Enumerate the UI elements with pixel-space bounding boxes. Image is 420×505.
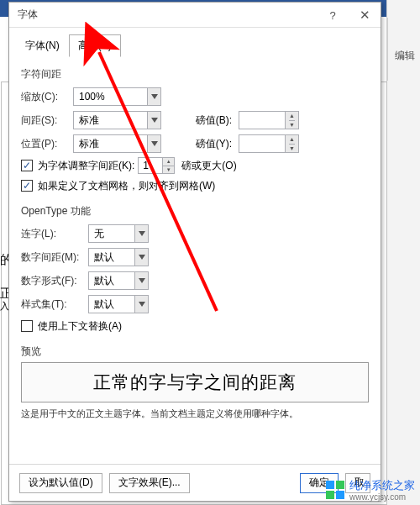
dialog-tabs: 字体(N) 高级(V) [9,28,381,57]
kerning-value: 1 [143,160,149,171]
contextalt-label: 使用上下文替换(A) [38,319,122,334]
close-button[interactable]: ✕ [349,3,381,28]
help-button[interactable]: ? [317,3,349,28]
numform-value: 默认 [94,274,114,288]
grid-align-label: 如果定义了文档网格，则对齐到网格(W) [38,179,215,193]
watermark-name: 纯净系统之家 [349,479,415,492]
numspacing-value: 默认 [94,250,114,265]
styleset-combo[interactable]: 默认 [88,295,149,313]
font-dialog: 字体 ? ✕ 字体(N) 高级(V) 字符间距 缩放(C): 100% 间距(S… [8,2,381,502]
points-b-spinner[interactable]: ▲▼ [239,111,299,129]
scale-value: 100% [79,91,105,103]
styleset-value: 默认 [94,297,114,312]
preview-box: 正常的字与字之间的距离 [21,362,369,402]
chevron-down-icon [134,272,148,289]
position-label: 位置(P): [21,137,70,151]
preview-text: 正常的字与字之间的距离 [93,371,297,394]
numform-label: 数字形式(F): [21,274,85,288]
group-char-spacing: 字符间距 [21,67,369,82]
chevron-down-icon [134,249,148,266]
scale-label: 缩放(C): [21,90,70,104]
watermark-url: www.ycjsy.com [349,493,415,502]
tab-label: 高级(V) [78,39,112,51]
ligature-value: 无 [94,227,104,241]
dialog-title: 字体 [9,8,38,22]
grid-align-checkbox[interactable] [21,180,33,192]
tab-font[interactable]: 字体(N) [16,34,69,57]
kerning-checkbox[interactable] [21,160,33,171]
scale-combo[interactable]: 100% [73,87,161,106]
dialog-button-row: 设为默认值(D) 文字效果(E)... 确定 取 [9,464,381,501]
styleset-label: 样式集(T): [21,297,85,312]
spacing-value: 标准 [79,113,99,128]
preview-hint: 这是用于中文的正文主题字体。当前文档主题定义将使用哪种字体。 [21,408,369,420]
kerning-unit: 磅或更大(O) [181,159,236,173]
numform-combo[interactable]: 默认 [88,271,149,290]
points-y-spinner[interactable]: ▲▼ [239,134,299,153]
set-default-button[interactable]: 设为默认值(D) [19,473,102,493]
spinner-buttons[interactable]: ▲▼ [285,135,298,152]
ribbon-edit-label[interactable]: 编辑 [395,49,415,63]
tab-advanced[interactable]: 高级(V) [69,34,121,57]
chevron-down-icon [147,135,160,152]
watermark: 纯净系统之家 www.ycjsy.com [326,478,415,502]
contextalt-checkbox[interactable] [21,320,33,332]
ligature-combo[interactable]: 无 [88,224,149,243]
kerning-spinner[interactable]: 1 ▲▼ [138,157,175,174]
position-value: 标准 [79,137,99,151]
chevron-down-icon [134,225,148,242]
tab-label: 字体(N) [25,39,60,51]
group-opentype: OpenType 功能 [21,204,369,218]
chevron-down-icon [134,296,148,313]
spacing-combo[interactable]: 标准 [73,111,161,129]
numspacing-combo[interactable]: 默认 [88,248,149,266]
text-effects-button[interactable]: 文字效果(E)... [109,473,190,493]
dialog-titlebar[interactable]: 字体 ? ✕ [9,3,381,28]
preview-label: 预览 [21,345,369,359]
points-y-label: 磅值(Y): [192,137,235,151]
watermark-icon [326,481,344,499]
kerning-label: 为字体调整字间距(K): [38,159,134,173]
word-side-panel [386,0,420,505]
chevron-down-icon [147,88,160,105]
ribbon-divider [387,18,388,81]
position-combo[interactable]: 标准 [73,134,161,153]
ligature-label: 连字(L): [21,227,85,241]
spinner-buttons[interactable]: ▲▼ [285,112,298,129]
spinner-buttons[interactable]: ▲▼ [162,158,174,173]
spacing-label: 间距(S): [21,113,70,128]
numspacing-label: 数字间距(M): [21,250,85,265]
chevron-down-icon [147,112,160,129]
points-b-label: 磅值(B): [192,113,235,128]
